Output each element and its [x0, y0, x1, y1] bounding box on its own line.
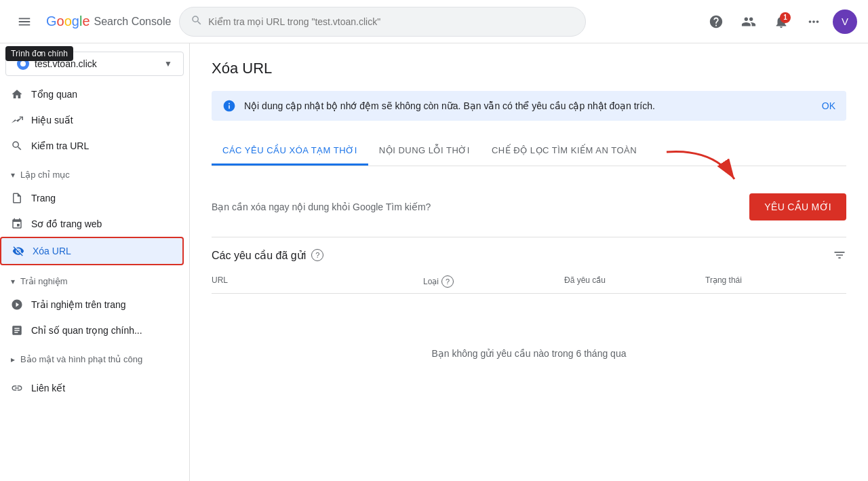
- tab-che-do-loc[interactable]: CHẾ ĐỘ LỌC TÌM KIẾM AN TOÀN: [481, 137, 648, 166]
- link-icon: [11, 382, 23, 394]
- header: Trình đơn chính Google Search Console: [0, 0, 868, 43]
- expand-icon: ▸: [11, 355, 15, 364]
- new-request-text: Bạn cần xóa ngay nội dung khỏi Google Tì…: [212, 201, 431, 212]
- nav-item-tong-quan[interactable]: Tổng quan: [0, 81, 184, 107]
- page-icon: [11, 192, 23, 204]
- dropdown-arrow-icon: ▼: [164, 59, 172, 69]
- search-nav-icon: [11, 140, 23, 152]
- requests-help-icon[interactable]: ?: [311, 249, 323, 261]
- nav-label: Xóa URL: [33, 246, 71, 256]
- bottom-nav: Liên kết: [0, 375, 189, 401]
- top-nav: Tổng quan Hiệu suất Kiểm tra URL: [0, 81, 189, 159]
- nav-section-lap-chi-muc: ▾ Lập chỉ mục Trang Sơ đồ trang web Xóa …: [0, 164, 189, 265]
- info-ok-button[interactable]: OK: [822, 100, 835, 111]
- nav-item-trang[interactable]: Trang: [0, 185, 184, 211]
- tab-noi-dung[interactable]: NỘI DUNG LỖI THỜI: [368, 137, 481, 166]
- nav-label: Trải nghiệm trên trang: [31, 299, 126, 310]
- annotation-arrow: [660, 145, 741, 186]
- eye-off-icon: [12, 245, 24, 257]
- info-banner-text: Nội dung cập nhật bộ nhớ đệm sẽ không cò…: [244, 100, 814, 111]
- section-label: Bảo mật và hình phạt thủ công: [20, 354, 142, 364]
- metrics-icon: [11, 324, 23, 336]
- arrow-annotation: Bạn cần xóa ngay nội dung khỏi Google Tì…: [212, 182, 846, 231]
- info-icon: [222, 99, 236, 113]
- main-layout: test.vtoan.click ▼ Tổng quan Hiệu suất K…: [0, 43, 868, 481]
- app-container: Trình đơn chính Google Search Console: [0, 0, 868, 481]
- section-header-bao-mat[interactable]: ▸ Bảo mật và hình phạt thủ công: [0, 349, 189, 370]
- new-request-button[interactable]: YÊU CẦU MỚI: [749, 193, 846, 220]
- help-button[interactable]: [703, 8, 730, 35]
- search-icon: [191, 14, 203, 29]
- nav-item-xoa-url[interactable]: Xóa URL: [0, 237, 184, 265]
- nav-label: Sơ đồ trang web: [31, 218, 102, 229]
- header-actions: 1 V: [703, 8, 857, 35]
- nav-label: Tổng quan: [31, 89, 77, 100]
- notifications-button[interactable]: 1: [768, 8, 795, 35]
- nav-item-trai-nghiem-tren-trang[interactable]: Trải nghiệm trên trang: [0, 292, 184, 318]
- new-request-area: Bạn cần xóa ngay nội dung khỏi Google Tì…: [212, 182, 846, 231]
- menu-tooltip: Trình đơn chính: [5, 46, 73, 61]
- col-header-url: URL: [212, 275, 423, 288]
- logo-area: Google Search Console: [46, 14, 171, 29]
- nav-item-so-do-trang-web[interactable]: Sơ đồ trang web: [0, 211, 184, 237]
- sitemap-icon: [11, 218, 23, 230]
- col-header-requested: Đã yêu cầu: [564, 275, 705, 288]
- empty-message: Bạn không gửi yêu cầu nào trong 6 tháng …: [212, 294, 846, 413]
- section-header-lap-chi-muc[interactable]: ▾ Lập chỉ mục: [0, 164, 189, 185]
- nav-item-kiem-tra-url[interactable]: Kiểm tra URL: [0, 133, 184, 159]
- col-header-status: Trạng thái: [705, 275, 846, 288]
- page-exp-icon: [11, 299, 23, 311]
- nav-item-hieu-suat[interactable]: Hiệu suất: [0, 107, 184, 133]
- nav-label: Trang: [31, 193, 56, 204]
- header-left: Trình đơn chính Google Search Console: [11, 8, 171, 35]
- tabs: CÁC YÊU CẦU XÓA TẠM THỜI NỘI DUNG LỖI TH…: [212, 137, 846, 166]
- info-banner: Nội dung cập nhật bộ nhớ đệm sẽ không cò…: [212, 91, 846, 121]
- home-icon: [11, 88, 23, 100]
- section-label: Trải nghiệm: [20, 276, 68, 286]
- app-title: Search Console: [94, 16, 172, 28]
- filter-icon: [833, 248, 846, 262]
- col-header-type: Loại ?: [423, 275, 564, 288]
- search-input[interactable]: [208, 16, 574, 27]
- requests-title-text: Các yêu cầu đã gửi: [212, 249, 306, 262]
- google-logo: Google: [46, 14, 90, 29]
- filter-button[interactable]: [833, 248, 846, 262]
- apps-button[interactable]: [800, 8, 827, 35]
- requests-title: Các yêu cầu đã gửi ?: [212, 249, 323, 262]
- nav-label: Chỉ số quan trọng chính...: [31, 325, 142, 336]
- nav-item-chi-so[interactable]: Chỉ số quan trọng chính...: [0, 318, 184, 343]
- tab-cac-yeu-cau[interactable]: CÁC YÊU CẦU XÓA TẠM THỜI: [212, 137, 368, 166]
- section-label: Lập chỉ mục: [20, 170, 70, 180]
- nav-label: Kiểm tra URL: [31, 140, 89, 151]
- search-bar[interactable]: [179, 7, 586, 37]
- requests-header: Các yêu cầu đã gửi ?: [212, 237, 846, 270]
- menu-button[interactable]: [11, 8, 38, 35]
- type-help-icon[interactable]: ?: [441, 275, 454, 288]
- page-title: Xóa URL: [212, 60, 846, 77]
- nav-label: Liên kết: [31, 383, 65, 393]
- trending-icon: [11, 114, 23, 126]
- collapse-icon: ▾: [11, 170, 15, 180]
- collapse-icon: ▾: [11, 277, 15, 286]
- nav-section-trai-nghiem: ▾ Trải nghiệm Trải nghiệm trên trang Chỉ…: [0, 271, 189, 343]
- table-header: URL Loại ? Đã yêu cầu Trạng thái: [212, 270, 846, 294]
- account-button[interactable]: [735, 8, 762, 35]
- notification-badge: 1: [780, 12, 791, 23]
- avatar[interactable]: V: [833, 9, 857, 34]
- nav-section-bao-mat: ▸ Bảo mật và hình phạt thủ công: [0, 349, 189, 370]
- section-header-trai-nghiem[interactable]: ▾ Trải nghiệm: [0, 271, 189, 292]
- nav-item-lien-ket[interactable]: Liên kết: [0, 375, 184, 401]
- nav-label: Hiệu suất: [31, 115, 73, 126]
- main-content: Xóa URL Nội dung cập nhật bộ nhớ đệm sẽ …: [190, 43, 868, 481]
- sidebar: test.vtoan.click ▼ Tổng quan Hiệu suất K…: [0, 43, 190, 481]
- requests-section: Các yêu cầu đã gửi ? URL Loại ? Đã yêu c…: [212, 237, 846, 413]
